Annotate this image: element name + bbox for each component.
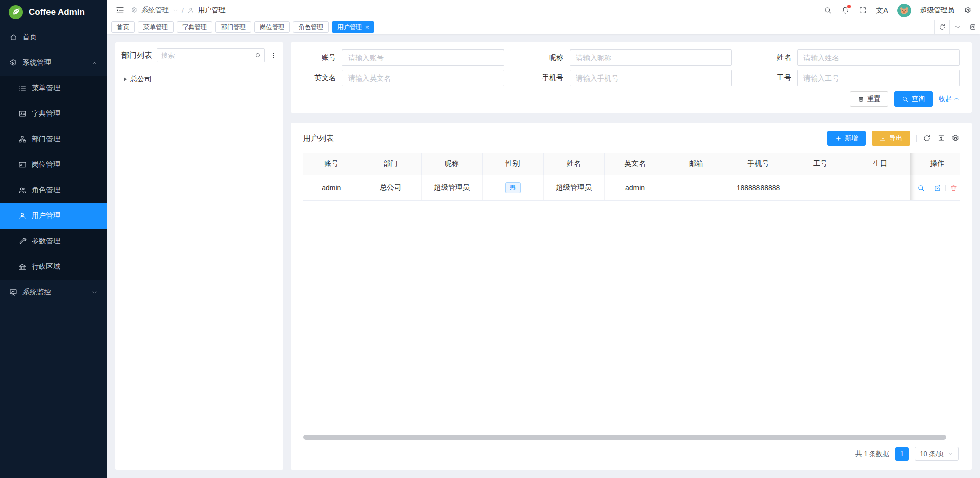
sidebar-item-system[interactable]: 系统管理 [0, 50, 107, 76]
tab-role-mgmt[interactable]: 角色管理 [293, 21, 329, 33]
sidebar: Coffee Admin 首页 系统管理 菜单管理 字典管理 部门管理 [0, 0, 107, 478]
page-1-button[interactable]: 1 [895, 447, 909, 461]
sidebar-item-role-mgmt[interactable]: 角色管理 [0, 178, 107, 203]
edit-icon[interactable] [934, 184, 941, 192]
export-button-label: 导出 [889, 134, 902, 143]
table-title: 用户列表 [303, 134, 334, 143]
field-label: 英文名 [303, 73, 336, 83]
tab-post-mgmt[interactable]: 岗位管理 [254, 21, 290, 33]
sidebar-item-home[interactable]: 首页 [0, 24, 107, 50]
caret-right-icon[interactable] [124, 77, 127, 81]
search-form-card: 账号 昵称 姓名 英文名 [291, 42, 972, 113]
name-field[interactable] [797, 49, 960, 66]
main-area: 系统管理 / 用户管理 文A [107, 0, 980, 478]
maximize-icon[interactable] [965, 20, 980, 34]
tab-user-mgmt-active[interactable]: 用户管理 × [332, 21, 374, 33]
en-name-field[interactable] [342, 70, 504, 86]
table-container: 账号 部门 昵称 性别 姓名 英文名 邮箱 手机号 工号 生日 操作 [303, 153, 960, 442]
sidebar-item-user-mgmt[interactable]: 用户管理 [0, 203, 107, 229]
row-density-icon[interactable] [937, 134, 945, 142]
pagination-total: 共 1 条数据 [855, 449, 889, 459]
account-field[interactable] [342, 49, 504, 66]
col-en-name: 英文名 [604, 153, 666, 175]
column-settings-gear-icon[interactable] [951, 134, 960, 142]
form-item-phone: 手机号 [531, 70, 732, 86]
refresh-icon[interactable] [934, 20, 949, 34]
right-column: 账号 昵称 姓名 英文名 [291, 42, 972, 470]
sidebar-item-region[interactable]: 行政区域 [0, 254, 107, 280]
field-label: 手机号 [531, 73, 564, 83]
reset-button[interactable]: 重置 [850, 91, 888, 107]
form-item-account: 账号 [303, 49, 504, 66]
view-magnifier-icon[interactable] [917, 184, 925, 192]
sidebar-item-param-mgmt[interactable]: 参数管理 [0, 229, 107, 254]
cell-en-name: admin [604, 175, 666, 200]
delete-trash-icon[interactable] [950, 184, 958, 192]
topbar-actions: 文A 超级管理员 [824, 4, 972, 17]
table-header-bar: 用户列表 新增 导出 [303, 129, 960, 147]
tree-node-company[interactable]: 总公司 [121, 68, 277, 84]
table-header-row: 账号 部门 昵称 性别 姓名 英文名 邮箱 手机号 工号 生日 操作 [303, 153, 960, 175]
table-row: admin 总公司 超级管理员 男 超级管理员 admin 1888888888… [303, 175, 960, 200]
close-icon[interactable]: × [365, 24, 369, 30]
refresh-icon[interactable] [923, 134, 931, 142]
gender-tag: 男 [505, 182, 521, 193]
add-button[interactable]: 新增 [827, 131, 866, 146]
list-icon [18, 84, 27, 92]
translate-icon[interactable]: 文A [876, 7, 888, 14]
collapse-link-label: 收起 [939, 94, 952, 104]
avatar[interactable] [897, 4, 911, 17]
collapse-link[interactable]: 收起 [939, 94, 960, 104]
department-search-button[interactable] [251, 48, 265, 62]
people-icon [18, 186, 27, 194]
sidebar-item-label: 系统监控 [22, 288, 51, 297]
cell-nickname: 超级管理员 [421, 175, 482, 200]
sidebar-item-label: 部门管理 [32, 135, 60, 144]
fullscreen-icon[interactable] [859, 6, 867, 14]
sidebar-item-label: 岗位管理 [32, 160, 60, 169]
username[interactable]: 超级管理员 [920, 6, 955, 15]
export-button[interactable]: 导出 [872, 131, 910, 146]
search-icon [255, 52, 261, 59]
tab-label: 岗位管理 [260, 23, 284, 32]
sidebar-fold-icon[interactable] [115, 6, 125, 15]
phone-field[interactable] [570, 70, 732, 86]
chevron-up-icon [953, 96, 960, 102]
sidebar-item-dept-mgmt[interactable]: 部门管理 [0, 127, 107, 152]
notifications-button[interactable] [841, 6, 849, 14]
settings-gear-icon[interactable] [964, 6, 972, 14]
nickname-field[interactable] [570, 49, 732, 66]
tabbar: 首页 菜单管理 字典管理 部门管理 岗位管理 角色管理 用户管理 × [107, 20, 980, 34]
chevron-up-icon [91, 60, 98, 66]
action-divider [945, 185, 946, 191]
plus-icon [835, 135, 842, 142]
col-work-no: 工号 [790, 153, 851, 175]
tab-dict-mgmt[interactable]: 字典管理 [177, 21, 212, 33]
sidebar-item-dict-mgmt[interactable]: 字典管理 [0, 101, 107, 127]
tab-home[interactable]: 首页 [111, 21, 135, 33]
work-no-field[interactable] [797, 70, 960, 86]
query-button[interactable]: 查询 [894, 91, 933, 107]
more-options-dots-icon[interactable] [270, 52, 277, 59]
chevron-down-icon [91, 289, 98, 296]
form-item-en-name: 英文名 [303, 70, 504, 86]
chevron-down-icon[interactable] [949, 20, 965, 34]
department-search-input[interactable] [157, 48, 251, 62]
department-panel-header: 部门列表 [121, 48, 277, 68]
bank-icon [18, 263, 27, 271]
tab-menu-mgmt[interactable]: 菜单管理 [138, 21, 174, 33]
search-icon[interactable] [824, 6, 832, 14]
scrollbar-thumb[interactable] [303, 435, 946, 440]
breadcrumb-item-system[interactable]: 系统管理 [141, 6, 169, 15]
form-item-work-no: 工号 [758, 70, 960, 86]
sidebar-item-post-mgmt[interactable]: 岗位管理 [0, 152, 107, 178]
sidebar-item-monitor[interactable]: 系统监控 [0, 280, 107, 305]
page-size-select[interactable]: 10 条/页 [915, 447, 959, 461]
user-table: 账号 部门 昵称 性别 姓名 英文名 邮箱 手机号 工号 生日 操作 [303, 153, 960, 201]
tab-label: 首页 [117, 23, 129, 32]
tab-dept-mgmt[interactable]: 部门管理 [215, 21, 251, 33]
sidebar-item-menu-mgmt[interactable]: 菜单管理 [0, 76, 107, 101]
notification-badge [847, 5, 851, 8]
breadcrumb: 系统管理 / 用户管理 [131, 6, 226, 15]
dictionary-icon [18, 110, 27, 118]
